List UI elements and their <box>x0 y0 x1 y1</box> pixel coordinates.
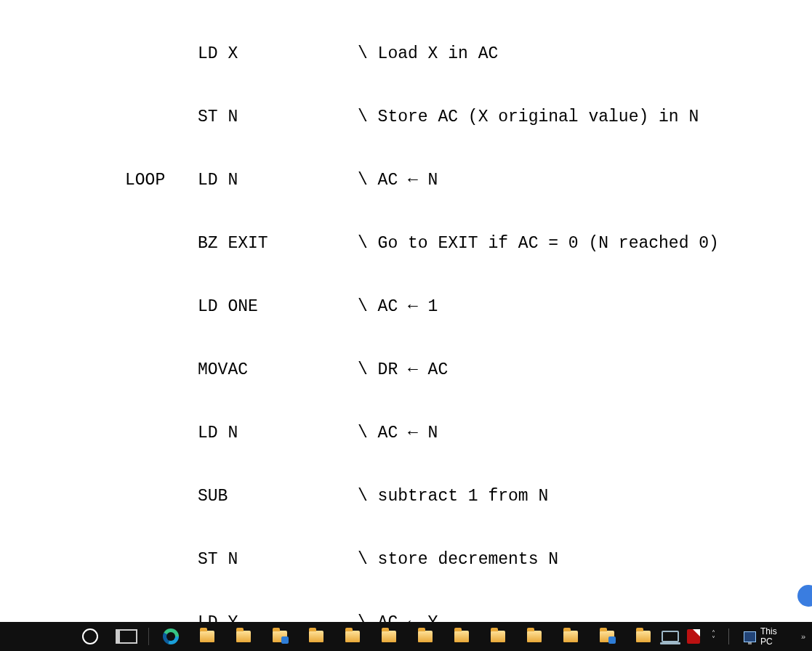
code-comment: \ AC ← 1 <box>358 296 438 318</box>
code-row: SUB\ subtract 1 from N <box>125 486 812 507</box>
windows-taskbar: ˄˅ This PC » <box>0 622 812 651</box>
circle-icon <box>82 628 98 644</box>
folder-icon <box>200 631 214 642</box>
code-row: ST N\ store decrements N <box>125 549 812 570</box>
chevron-down-icon: ˅ <box>712 636 715 642</box>
code-label <box>125 107 198 128</box>
code-label <box>125 44 198 65</box>
code-comment: \ AC ← N <box>358 170 438 191</box>
this-pc-button[interactable]: This PC <box>738 626 792 647</box>
taskbar-folder-downloads[interactable] <box>590 622 624 651</box>
code-label <box>125 549 198 570</box>
code-comment: \ AC ← N <box>358 423 438 444</box>
taskbar-folder[interactable] <box>299 622 334 651</box>
taskbar-folder[interactable] <box>408 622 443 651</box>
code-val <box>285 296 358 318</box>
taskbar-divider <box>148 628 149 645</box>
code-label <box>125 233 198 254</box>
folder-icon <box>418 631 433 642</box>
taskbar-folder[interactable] <box>626 622 661 651</box>
system-tray: ˄˅ This PC » <box>661 622 812 651</box>
taskbar-folder-downloads[interactable] <box>262 622 297 651</box>
taskbar-folder[interactable] <box>517 622 552 651</box>
taskbar-folder[interactable] <box>444 622 479 651</box>
code-comment: \ Store AC (X original value) in N <box>358 107 699 128</box>
folder-icon <box>382 631 396 642</box>
edge-icon <box>163 628 179 644</box>
code-comment: \ subtract 1 from N <box>358 486 548 507</box>
code-val <box>285 486 358 507</box>
code-instr: MOVAC <box>198 360 285 381</box>
folder-download-icon <box>600 631 614 642</box>
folder-icon <box>345 631 360 642</box>
taskbar-folder[interactable] <box>190 622 225 651</box>
folder-icon <box>491 631 505 642</box>
tray-laptop-button[interactable] <box>661 622 680 651</box>
code-instr: LD X <box>198 44 285 65</box>
assembly-listing: LD X\ Load X in AC ST N\ Store AC (X ori… <box>0 1 812 651</box>
code-val <box>285 107 358 128</box>
code-val <box>285 360 358 381</box>
code-instr: BZ EXIT <box>198 233 285 254</box>
code-row: MOVAC\ DR ← AC <box>125 360 812 381</box>
code-instr: ST N <box>198 107 285 128</box>
laptop-icon <box>662 631 679 642</box>
code-instr: ST N <box>198 549 285 570</box>
code-instr: LD ONE <box>198 296 285 318</box>
taskbar-folder[interactable] <box>553 622 588 651</box>
code-row: BZ EXIT\ Go to EXIT if AC = 0 (N reached… <box>125 233 812 254</box>
code-comment: \ Go to EXIT if AC = 0 (N reached 0) <box>358 233 719 254</box>
edge-browser-button[interactable] <box>153 622 188 651</box>
code-label <box>125 486 198 507</box>
folder-icon <box>454 631 469 642</box>
folder-icon <box>309 631 323 642</box>
code-comment: \ DR ← AC <box>358 360 448 381</box>
taskbar-folder[interactable] <box>371 622 406 651</box>
cortana-button[interactable] <box>73 622 108 651</box>
folder-icon <box>236 631 251 642</box>
code-val <box>285 233 358 254</box>
this-pc-label: This PC <box>760 626 787 647</box>
code-instr: SUB <box>198 486 285 507</box>
folder-download-icon <box>273 631 287 642</box>
taskbar-folder[interactable] <box>481 622 515 651</box>
tray-overflow-button[interactable]: ˄˅ <box>707 631 720 642</box>
pdf-icon <box>687 629 700 644</box>
slide-content: LD X\ Load X in AC ST N\ Store AC (X ori… <box>0 0 812 622</box>
code-comment: \ Load X in AC <box>358 44 498 65</box>
code-val <box>285 549 358 570</box>
code-row: LD ONE\ AC ← 1 <box>125 296 812 318</box>
task-view-button[interactable] <box>109 622 144 651</box>
taskbar-folder[interactable] <box>226 622 261 651</box>
monitor-icon <box>744 631 756 642</box>
code-row: LD X\ Load X in AC <box>125 44 812 65</box>
code-val <box>285 44 358 65</box>
code-label <box>125 423 198 444</box>
code-instr: LD N <box>198 423 285 444</box>
code-val <box>285 170 358 191</box>
tray-pdf-button[interactable] <box>684 622 703 651</box>
folder-icon <box>527 631 542 642</box>
taskbar-folder[interactable] <box>335 622 370 651</box>
code-label <box>125 296 198 318</box>
folder-icon <box>563 631 578 642</box>
code-label: LOOP <box>125 170 198 191</box>
code-label <box>125 360 198 381</box>
code-row: LOOPLD N\ AC ← N <box>125 170 812 191</box>
code-row: LD N\ AC ← N <box>125 423 812 444</box>
code-row: ST N\ Store AC (X original value) in N <box>125 107 812 128</box>
double-chevron-icon: » <box>801 632 805 641</box>
folder-icon <box>636 631 651 642</box>
tray-divider <box>728 628 729 644</box>
toolbar-overflow-button[interactable]: » <box>797 632 810 641</box>
code-val <box>285 423 358 444</box>
task-view-icon <box>116 629 137 644</box>
code-instr: LD N <box>198 170 285 191</box>
code-comment: \ store decrements N <box>358 549 558 570</box>
